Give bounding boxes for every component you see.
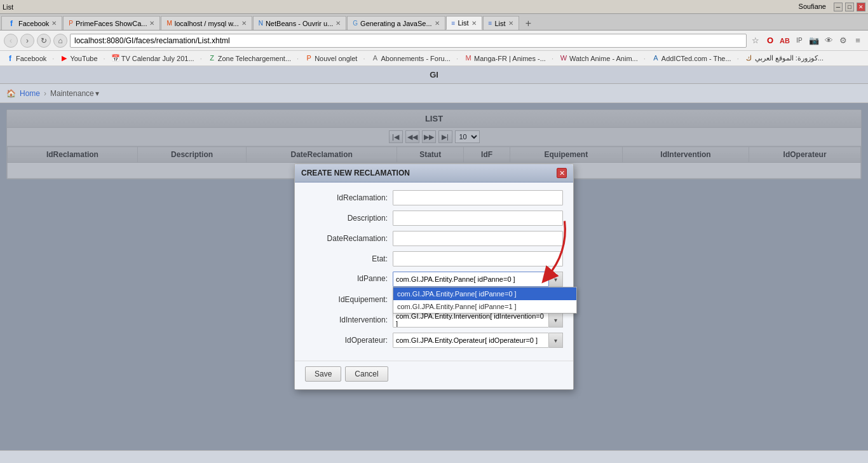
bookmark-addicted[interactable]: A AddICTed.com - The... <box>649 53 733 64</box>
facebook-icon: f <box>7 19 16 28</box>
select-idpanne[interactable]: com.GI.JPA.Entity.Panne[ idPanne=0 ] <box>393 272 549 287</box>
screenshot-icon[interactable]: 📷 <box>808 34 820 47</box>
label-idoperateur: IdOperateur: <box>305 336 388 345</box>
breadcrumb-home[interactable]: Home <box>20 89 40 98</box>
tab-close-list[interactable]: ✕ <box>471 20 477 27</box>
settings-icon[interactable]: ⚙ <box>837 34 850 47</box>
input-idreclamation[interactable] <box>393 190 563 205</box>
modal-title: CREATE NEW RECLAMATION <box>301 169 410 177</box>
dropdown-arrow-idpanne[interactable]: ▾ <box>549 272 563 287</box>
tab-netbeans[interactable]: N NetBeans - Ouvrir u... ✕ <box>253 16 347 30</box>
bookmark-facebook[interactable]: f Facebook <box>4 53 48 64</box>
bookmark-label: AddICTed.com - The... <box>661 55 731 62</box>
tab-primefaces[interactable]: P PrimeFaces ShowCa... ✕ <box>63 16 160 30</box>
bookmark-tv[interactable]: 📅 TV Calendar July 201... <box>109 53 196 64</box>
kouzora-bm-icon: ك <box>745 54 754 63</box>
tab-facebook[interactable]: f Facebook ✕ <box>1 16 62 30</box>
bm-sep2: · <box>104 55 105 62</box>
menu-icon[interactable]: ≡ <box>851 34 864 47</box>
maximize-button[interactable]: □ <box>845 3 854 11</box>
select-idoperateur[interactable]: com.GI.JPA.Entity.Operateur[ idOperateur… <box>393 333 549 348</box>
form-row-etat: Etat: <box>305 251 563 266</box>
cancel-button[interactable]: Cancel <box>345 366 388 382</box>
tab-close-mysql[interactable]: ✕ <box>241 20 247 27</box>
modal-dialog: CREATE NEW RECLAMATION ✕ IdReclamation: … <box>294 163 574 390</box>
dropdown-arrow-idoperateur[interactable]: ▾ <box>549 333 563 348</box>
form-row-idintervention: IdIntervention: com.GI.JPA.Entity.Interv… <box>305 312 563 328</box>
modal-header: CREATE NEW RECLAMATION ✕ <box>295 164 573 183</box>
breadcrumb-sep: › <box>44 89 46 98</box>
tab-label: NetBeans - Ouvrir u... <box>266 20 333 27</box>
bookmark-youtube[interactable]: ▶ YouTube <box>58 53 99 64</box>
tab-label: List <box>494 20 505 27</box>
tab-mysql[interactable]: M localhost / mysql w... ✕ <box>161 16 252 30</box>
dropdown-item-panne1[interactable]: com.GI.JPA.Entity.Panne[ idPanne=1 ] <box>393 300 576 313</box>
adblock-icon[interactable]: AB <box>778 34 791 47</box>
bm-sep9: · <box>737 55 739 62</box>
form-row-idpanne: IdPanne: com.GI.JPA.Entity.Panne[ idPann… <box>305 272 563 287</box>
bookmark-abonnements[interactable]: A Abonnements - Foru... <box>369 53 452 64</box>
bookmark-pma[interactable]: P Nouvel onglet <box>302 53 359 64</box>
star-icon[interactable]: ☆ <box>749 34 762 47</box>
select-idpanne-value: com.GI.JPA.Entity.Panne[ idPanne=0 ] <box>396 275 515 283</box>
form-row-idreclamation: IdReclamation: <box>305 190 563 205</box>
minimize-button[interactable]: ─ <box>834 3 843 11</box>
input-etat[interactable] <box>393 251 563 266</box>
select-wrap-idintervention: com.GI.JPA.Entity.Intervention[ idInterv… <box>393 312 563 328</box>
bm-sep4: · <box>297 55 299 62</box>
primefaces-icon: P <box>69 20 73 27</box>
tab-list-active[interactable]: ≡ List ✕ <box>446 16 482 30</box>
ip-icon[interactable]: IP <box>793 34 806 47</box>
tab-bar: f Facebook ✕ P PrimeFaces ShowCa... ✕ M … <box>0 14 868 31</box>
dropdown-item-panne0[interactable]: com.GI.JPA.Entity.Panne[ idPanne=0 ] <box>393 287 576 300</box>
dropdown-arrow-idintervention[interactable]: ▾ <box>549 312 563 328</box>
label-description: Description: <box>305 214 388 223</box>
select-idintervention[interactable]: com.GI.JPA.Entity.Intervention[ idInterv… <box>393 312 549 328</box>
save-button[interactable]: Save <box>305 366 341 382</box>
address-input[interactable] <box>70 34 747 48</box>
tab-close-pf[interactable]: ✕ <box>149 20 154 27</box>
forward-button[interactable]: › <box>20 34 34 48</box>
tab-close-facebook[interactable]: ✕ <box>51 20 57 27</box>
modal-close-button[interactable]: ✕ <box>557 168 567 178</box>
tab-close-list2[interactable]: ✕ <box>508 20 513 27</box>
addicted-bm-icon: A <box>651 54 660 63</box>
bm-sep8: · <box>644 55 646 62</box>
bookmark-label: Facebook <box>16 55 46 62</box>
breadcrumb-bar: 🏠 Home › Maintenance ▾ <box>0 84 868 103</box>
close-button[interactable]: ✕ <box>857 3 865 11</box>
input-datereclamation[interactable] <box>393 231 563 246</box>
watchanime-bm-icon: W <box>559 54 568 63</box>
bookmark-label: Manga-FR | Animes -... <box>474 55 546 62</box>
tab-close-gen[interactable]: ✕ <box>435 20 440 27</box>
dropdown-list-idpanne: com.GI.JPA.Entity.Panne[ idPanne=0 ] com… <box>393 287 577 314</box>
tab-label: localhost / mysql w... <box>175 20 239 27</box>
tab-list2[interactable]: ≡ List ✕ <box>483 16 519 30</box>
form-row-idoperateur: IdOperateur: com.GI.JPA.Entity.Operateur… <box>305 333 563 348</box>
bookmark-kouzora[interactable]: ك كوزورة: الموقع العربي... <box>743 53 825 64</box>
title-bar-left: List <box>3 3 13 11</box>
app-title: GI <box>430 70 438 79</box>
bookmark-zone[interactable]: Z Zone Telechargement... <box>206 53 293 64</box>
reload-button[interactable]: ↻ <box>37 34 51 48</box>
gen-icon: G <box>353 20 358 27</box>
new-tab-button[interactable]: + <box>520 17 538 30</box>
bookmark-label: كوزورة: الموقع العربي... <box>755 54 824 62</box>
form-row-description: Description: <box>305 211 563 226</box>
address-icons: ☆ O AB IP 📷 👁 ⚙ ≡ <box>749 34 864 47</box>
back-button[interactable]: ‹ <box>4 34 18 48</box>
bookmarks-bar: f Facebook · ▶ YouTube · 📅 TV Calendar J… <box>0 51 868 66</box>
tab-close-nb[interactable]: ✕ <box>336 20 341 27</box>
tab-generating[interactable]: G Generating a JavaSe... ✕ <box>347 16 445 30</box>
breadcrumb-maintenance[interactable]: Maintenance ▾ <box>50 89 99 98</box>
eye-icon[interactable]: 👁 <box>822 34 835 47</box>
list2-icon: ≡ <box>489 20 492 27</box>
bookmark-watchanime[interactable]: W Watch Anime - Anim... <box>557 53 640 64</box>
bookmark-manga[interactable]: M Manga-FR | Animes -... <box>462 53 548 64</box>
bookmark-label: Nouvel onglet <box>315 55 357 62</box>
input-description[interactable] <box>393 211 563 226</box>
home-button[interactable]: ⌂ <box>53 34 67 48</box>
browser-content: GI 🏠 Home › Maintenance ▾ LIST |◀ ◀◀ ▶▶ … <box>0 66 868 463</box>
label-idintervention: IdIntervention: <box>305 315 388 324</box>
pma-bm-icon: P <box>304 54 313 63</box>
